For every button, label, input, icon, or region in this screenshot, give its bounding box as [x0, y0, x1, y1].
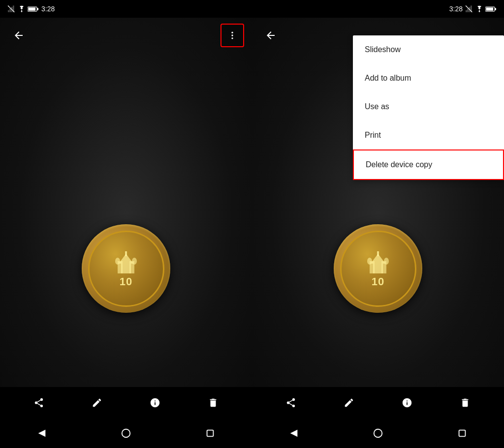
status-icons-left: [8, 5, 38, 12]
left-nav-home-button[interactable]: [115, 422, 137, 444]
menu-item-use-as[interactable]: Use as: [353, 92, 504, 121]
svg-point-36: [384, 258, 389, 265]
left-nav-back-button[interactable]: [31, 422, 53, 444]
svg-rect-37: [377, 251, 379, 256]
svg-point-35: [367, 258, 372, 265]
right-share-button[interactable]: [281, 393, 301, 413]
left-toolbar: [0, 18, 252, 53]
menu-item-print[interactable]: Print: [353, 121, 504, 149]
right-coin-inner: 10: [340, 231, 416, 307]
svg-rect-0: [8, 10, 9, 12]
right-info-icon: [402, 397, 412, 408]
svg-rect-9: [466, 10, 467, 12]
right-nav-bar: [252, 418, 504, 448]
left-back-button[interactable]: [8, 25, 30, 46]
svg-marker-38: [290, 430, 298, 437]
svg-point-27: [231, 37, 233, 39]
svg-rect-10: [467, 8, 469, 12]
svg-point-26: [231, 34, 233, 36]
left-coin-number: 10: [120, 275, 132, 288]
right-back-button[interactable]: [260, 25, 282, 46]
left-action-bar: [0, 387, 252, 418]
svg-point-39: [374, 429, 382, 438]
more-options-icon: [227, 30, 237, 40]
time-left: 3:28: [41, 5, 55, 13]
right-delete-icon: [460, 397, 471, 408]
svg-point-14: [479, 11, 480, 12]
svg-rect-8: [28, 7, 35, 10]
svg-point-25: [231, 32, 233, 33]
right-nav-back-icon: [288, 428, 299, 439]
left-photo-area: 10: [0, 18, 252, 411]
no-signal-icon-right: [466, 5, 473, 12]
left-delete-button[interactable]: [203, 393, 223, 413]
right-nav-home-button[interactable]: [367, 422, 389, 444]
status-bar: 3:28 3:28: [0, 0, 504, 18]
left-edit-button[interactable]: [87, 393, 107, 413]
svg-rect-16: [495, 8, 496, 10]
right-delete-button[interactable]: [455, 393, 475, 413]
left-info-button[interactable]: [145, 393, 165, 413]
svg-point-29: [122, 429, 130, 438]
right-nav-home-icon: [373, 428, 383, 439]
right-nav-back-button[interactable]: [283, 422, 305, 444]
right-coin: 10: [334, 224, 422, 313]
svg-marker-28: [38, 430, 46, 437]
left-nav-home-icon: [121, 428, 131, 439]
no-signal-icon-left: [8, 5, 16, 12]
svg-point-5: [21, 11, 23, 12]
right-coin-number: 10: [372, 275, 384, 288]
right-info-button[interactable]: [397, 393, 417, 413]
svg-point-22: [115, 258, 120, 265]
left-delete-icon: [208, 397, 219, 408]
right-nav-recents-button[interactable]: [451, 422, 473, 444]
time-right: 3:28: [449, 5, 463, 13]
left-coin-inner: 10: [88, 231, 164, 307]
right-edit-button[interactable]: [339, 393, 359, 413]
left-share-icon: [33, 397, 44, 408]
left-edit-icon: [92, 397, 102, 408]
left-back-arrow-icon: [13, 30, 25, 41]
mosque-icon-left: [111, 249, 141, 273]
mosque-icon-right: [363, 249, 393, 273]
more-options-button[interactable]: [220, 24, 244, 47]
wifi-icon-left: [18, 5, 26, 12]
svg-rect-24: [125, 251, 127, 256]
right-back-arrow-icon: [265, 30, 277, 41]
status-left: 3:28: [0, 5, 63, 13]
battery-icon-right: [485, 6, 496, 12]
left-coin: 10: [82, 224, 170, 313]
right-action-bar: [252, 387, 504, 418]
left-nav-recents-icon: [205, 428, 216, 439]
left-coin-background: 10: [0, 18, 252, 411]
dropdown-menu: Slideshow Add to album Use as Print Dele…: [353, 35, 504, 180]
left-pane: 10: [0, 18, 252, 448]
left-share-button[interactable]: [29, 393, 49, 413]
left-nav-recents-button[interactable]: [199, 422, 221, 444]
svg-rect-7: [37, 8, 38, 10]
wifi-icon-right: [475, 5, 483, 12]
left-nav-back-icon: [36, 428, 47, 439]
right-nav-recents-icon: [457, 428, 468, 439]
left-info-icon: [150, 397, 160, 408]
right-pane: 10 Slideshow Add to album Use as: [252, 18, 504, 448]
menu-item-delete-device-copy[interactable]: Delete device copy: [353, 149, 504, 180]
svg-rect-30: [207, 430, 213, 437]
left-nav-bar: [0, 418, 252, 448]
menu-item-add-to-album[interactable]: Add to album: [353, 64, 504, 92]
svg-rect-17: [486, 7, 493, 10]
right-edit-icon: [344, 397, 354, 408]
panes-container: 10: [0, 18, 504, 448]
status-icons-right: [466, 5, 496, 12]
status-right: 3:28: [441, 5, 504, 13]
svg-rect-40: [459, 430, 465, 437]
svg-point-23: [132, 258, 137, 265]
svg-rect-1: [9, 8, 11, 12]
battery-icon-left: [28, 6, 38, 12]
menu-item-slideshow[interactable]: Slideshow: [353, 35, 504, 64]
right-share-icon: [285, 397, 296, 408]
